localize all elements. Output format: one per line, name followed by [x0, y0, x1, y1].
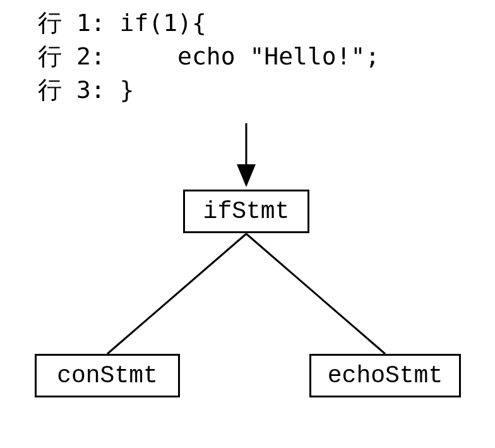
line-code: if(1){ — [120, 9, 206, 37]
line-prefix: 行 3: — [38, 76, 120, 104]
edge-right — [246, 234, 385, 354]
code-line-2: 行 2: echo "Hello!"; — [38, 40, 379, 73]
line-code: echo "Hello!"; — [177, 42, 379, 70]
line-code: } — [120, 76, 134, 104]
tree-diagram: ifStmt conStmt echoStmt — [0, 120, 495, 436]
node-label: ifStmt — [203, 198, 290, 225]
line-prefix: 行 2: — [38, 42, 177, 70]
code-line-1: 行 1: if(1){ — [38, 6, 379, 40]
line-prefix: 行 1: — [38, 9, 120, 37]
node-echostmt: echoStmt — [309, 354, 461, 397]
code-block: 行 1: if(1){ 行 2: echo "Hello!"; 行 3: } — [38, 6, 379, 107]
code-line-3: 行 3: } — [38, 73, 379, 107]
node-label: echoStmt — [328, 362, 443, 389]
edge-left — [107, 234, 246, 354]
node-label: conStmt — [57, 362, 158, 389]
node-constmt: conStmt — [35, 354, 180, 397]
node-ifstmt: ifStmt — [183, 190, 309, 233]
